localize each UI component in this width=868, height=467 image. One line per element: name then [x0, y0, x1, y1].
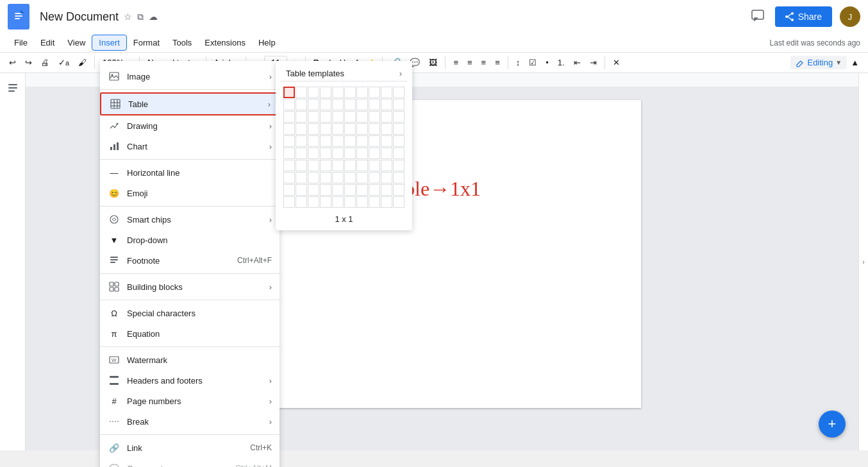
grid-cell[interactable]: [283, 148, 295, 159]
grid-cell[interactable]: [393, 172, 405, 183]
grid-cell[interactable]: [308, 148, 319, 159]
insert-footnote-item[interactable]: Footnote Ctrl+Alt+F: [100, 250, 280, 271]
grid-cell[interactable]: [369, 184, 380, 196]
insert-link-item[interactable]: 🔗 Link Ctrl+K: [100, 437, 280, 458]
grid-cell[interactable]: [344, 123, 356, 135]
grid-cell[interactable]: [393, 123, 405, 135]
grid-cell[interactable]: [308, 111, 319, 123]
grid-cell[interactable]: [369, 196, 380, 208]
insert-special-chars-item[interactable]: Ω Special characters: [100, 303, 280, 323]
menu-view[interactable]: View: [61, 35, 92, 50]
insert-button[interactable]: +: [819, 411, 846, 437]
grid-cell[interactable]: [332, 99, 344, 110]
table-grid[interactable]: [281, 84, 407, 210]
align-justify-button[interactable]: ≡: [491, 55, 504, 70]
grid-cell[interactable]: [308, 135, 319, 147]
grid-cell[interactable]: [393, 111, 405, 123]
grid-cell[interactable]: [344, 160, 356, 171]
grid-cell[interactable]: [308, 196, 319, 208]
grid-cell[interactable]: [283, 196, 295, 208]
grid-cell[interactable]: [332, 172, 344, 183]
grid-cell[interactable]: [356, 196, 368, 208]
grid-cell[interactable]: [381, 111, 392, 123]
redo-button[interactable]: ↪: [21, 55, 36, 70]
grid-cell[interactable]: [356, 87, 368, 98]
grid-cell[interactable]: [381, 184, 392, 196]
insert-dropdown-item[interactable]: ▼ Drop-down: [100, 230, 280, 250]
image-toolbar-button[interactable]: 🖼: [425, 55, 441, 70]
grid-cell[interactable]: [332, 196, 344, 208]
grid-cell[interactable]: [344, 172, 356, 183]
insert-page-numbers-item[interactable]: # Page numbers ›: [100, 391, 280, 411]
menu-extensions[interactable]: Extensions: [198, 35, 252, 50]
bullet-list-button[interactable]: •: [542, 55, 553, 70]
grid-cell[interactable]: [320, 135, 331, 147]
insert-image-item[interactable]: Image ›: [100, 66, 280, 87]
grid-cell[interactable]: [393, 196, 405, 208]
grid-cell[interactable]: [369, 148, 380, 159]
grid-cell[interactable]: [296, 184, 307, 196]
grid-cell[interactable]: [393, 99, 405, 110]
grid-cell[interactable]: [283, 184, 295, 196]
grid-cell[interactable]: [344, 148, 356, 159]
grid-cell[interactable]: [369, 160, 380, 171]
clear-formatting-button[interactable]: ✕: [609, 55, 624, 70]
indent-increase-button[interactable]: ⇥: [586, 55, 601, 70]
grid-cell[interactable]: [381, 160, 392, 171]
insert-break-item[interactable]: Break ›: [100, 411, 280, 432]
grid-cell[interactable]: [332, 184, 344, 196]
menu-file[interactable]: File: [8, 35, 34, 50]
outline-toggle[interactable]: [4, 80, 21, 98]
grid-cell[interactable]: [332, 135, 344, 147]
insert-headers-footers-item[interactable]: Headers and footers ›: [100, 370, 280, 391]
grid-cell[interactable]: [296, 111, 307, 123]
grid-cell[interactable]: [393, 160, 405, 171]
grid-cell[interactable]: [356, 172, 368, 183]
grid-cell[interactable]: [369, 123, 380, 135]
last-edit[interactable]: Last edit was seconds ago: [770, 38, 860, 47]
number-list-button[interactable]: 1.: [554, 55, 569, 70]
grid-cell[interactable]: [344, 135, 356, 147]
align-right-button[interactable]: ≡: [478, 55, 490, 70]
grid-cell[interactable]: [369, 99, 380, 110]
grid-cell[interactable]: [381, 172, 392, 183]
grid-cell[interactable]: [296, 172, 307, 183]
menu-tools[interactable]: Tools: [166, 35, 198, 50]
grid-cell[interactable]: [356, 160, 368, 171]
grid-cell[interactable]: [283, 172, 295, 183]
grid-cell[interactable]: [381, 148, 392, 159]
grid-cell[interactable]: [344, 111, 356, 123]
grid-cell[interactable]: [332, 123, 344, 135]
grid-cell[interactable]: [296, 196, 307, 208]
table-templates-item[interactable]: Table templates ›: [281, 66, 407, 81]
grid-cell[interactable]: [296, 99, 307, 110]
grid-cell[interactable]: [296, 123, 307, 135]
grid-cell[interactable]: [320, 160, 331, 171]
indent-decrease-button[interactable]: ⇤: [570, 55, 585, 70]
grid-cell[interactable]: [369, 135, 380, 147]
editing-dropdown[interactable]: Editing ▼: [790, 56, 847, 69]
grid-cell[interactable]: [296, 160, 307, 171]
grid-cell[interactable]: [332, 160, 344, 171]
grid-cell[interactable]: [308, 160, 319, 171]
grid-cell[interactable]: [393, 148, 405, 159]
grid-cell[interactable]: [332, 87, 344, 98]
grid-cell[interactable]: [356, 184, 368, 196]
align-left-button[interactable]: ≡: [449, 55, 462, 70]
grid-cell[interactable]: [356, 135, 368, 147]
grid-cell[interactable]: [381, 123, 392, 135]
spellcheck-button[interactable]: ✓a: [54, 55, 73, 70]
menu-edit[interactable]: Edit: [34, 35, 61, 50]
avatar[interactable]: J: [840, 6, 860, 27]
grid-cell[interactable]: [356, 111, 368, 123]
grid-cell[interactable]: [283, 123, 295, 135]
right-collapse[interactable]: ›: [858, 73, 868, 450]
insert-emoji-item[interactable]: 😊 Emoji: [100, 183, 280, 203]
line-spacing-button[interactable]: ↕: [512, 55, 524, 70]
grid-cell[interactable]: [320, 172, 331, 183]
checklist-button[interactable]: ☑: [525, 55, 540, 70]
insert-building-blocks-item[interactable]: Building blocks ›: [100, 276, 280, 297]
menu-format[interactable]: Format: [127, 35, 166, 50]
menu-help[interactable]: Help: [252, 35, 282, 50]
align-center-button[interactable]: ≡: [463, 55, 476, 70]
